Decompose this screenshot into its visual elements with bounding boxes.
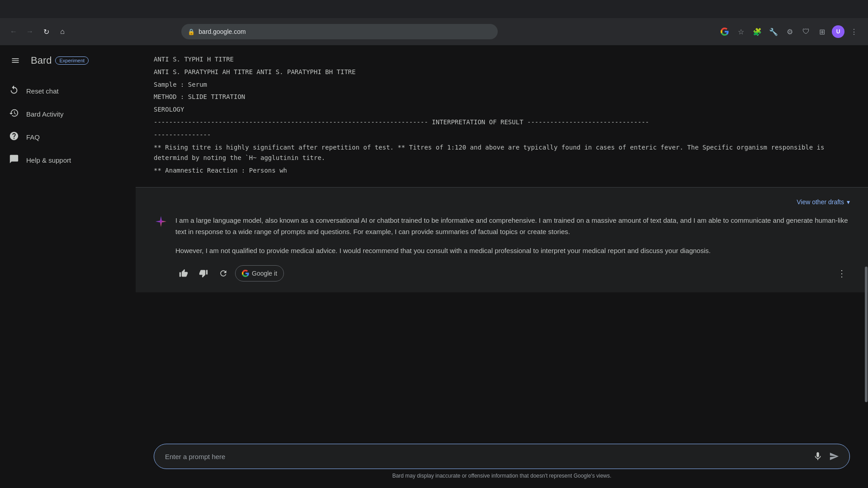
view-drafts-bar: View other drafts ▾ [154, 198, 850, 206]
address-text: bard.google.com [198, 28, 245, 35]
sidebar-item-bard-activity[interactable]: Bard Activity [0, 103, 128, 126]
regenerate-button[interactable] [215, 265, 231, 282]
extension2-icon[interactable]: ⚙ [783, 25, 797, 38]
bard-star-icon [154, 215, 168, 229]
app-container: Bard Experiment Reset chat Bar [0, 45, 868, 488]
browser-actions: ☆ 🧩 🔧 ⚙ 🛡 ⊞ U ⋮ [718, 25, 861, 38]
report-line-6: ----------------------------------------… [154, 117, 850, 128]
disclaimer-text: Bard may display inaccurate or offensive… [154, 469, 850, 484]
google-it-label: Google it [252, 270, 277, 277]
bard-title: Bard [31, 55, 52, 66]
response-paragraph-2: However, I am not qualified to provide m… [175, 245, 850, 257]
extension-puzzle-icon[interactable]: 🧩 [750, 25, 764, 38]
back-button[interactable]: ← [7, 25, 20, 38]
bard-activity-icon [9, 108, 19, 120]
prompt-input-wrapper [154, 444, 850, 469]
reset-chat-icon [9, 85, 19, 97]
lock-icon: 🔒 [188, 28, 195, 35]
response-text: I am a large language model, also known … [175, 215, 850, 257]
prompt-input[interactable] [161, 453, 810, 460]
report-line-5: SEROLOGY [154, 104, 850, 115]
microphone-button[interactable] [810, 448, 826, 465]
sidebar-header: Bard Experiment [0, 52, 136, 76]
scrollbar-track[interactable] [864, 45, 868, 488]
more-menu-button[interactable]: ⋮ [847, 25, 861, 38]
address-bar[interactable]: 🔒 bard.google.com [181, 24, 498, 39]
report-line-3: Sample : Serum [154, 80, 850, 90]
chevron-down-icon: ▾ [847, 198, 850, 206]
hamburger-button[interactable] [7, 52, 24, 69]
main-content: ANTI S. TYPHI H TITRE ANTI S. PARATYPHI … [136, 45, 868, 488]
extension3-icon[interactable]: 🛡 [799, 25, 813, 38]
bard-activity-label: Bard Activity [26, 110, 64, 118]
report-line-7: --------------- [154, 130, 850, 141]
google-icon-btn[interactable] [718, 25, 731, 38]
sidebar: Bard Experiment Reset chat Bar [0, 45, 136, 488]
input-area: Bard may display inaccurate or offensive… [136, 436, 868, 488]
view-other-drafts-button[interactable]: View other drafts ▾ [797, 198, 850, 206]
bard-response-body: I am a large language model, also known … [154, 215, 850, 257]
sidebar-nav: Reset chat Bard Activity FAQ [0, 76, 136, 175]
faq-icon [9, 131, 19, 143]
tab-search-icon[interactable]: ⊞ [816, 25, 829, 38]
os-bar [0, 0, 868, 18]
action-buttons: Google it ⋮ [154, 265, 850, 282]
response-paragraph-1: I am a large language model, also known … [175, 215, 850, 238]
home-button[interactable]: ⌂ [56, 25, 69, 38]
help-support-label: Help & support [26, 156, 71, 164]
report-line-1: ANTI S. TYPHI H TITRE [154, 54, 850, 65]
faq-label: FAQ [26, 133, 40, 141]
experiment-badge: Experiment [55, 56, 89, 65]
scrollbar-thumb [865, 267, 868, 402]
view-drafts-label: View other drafts [797, 198, 844, 206]
sidebar-item-help-support[interactable]: Help & support [0, 149, 128, 172]
reload-button[interactable]: ↻ [40, 25, 52, 38]
extension-icon[interactable]: 🔧 [767, 25, 780, 38]
report-line-4: METHOD : SLIDE TITRATION [154, 92, 850, 103]
bard-response-wrapper: View other drafts ▾ [136, 188, 868, 293]
report-line-2: ANTI S. PARATYPHI AH TITRE ANTI S. PARAT… [154, 67, 850, 78]
sidebar-item-faq[interactable]: FAQ [0, 126, 128, 149]
thumbs-down-button[interactable] [195, 265, 212, 282]
more-options-button[interactable]: ⋮ [834, 265, 850, 282]
nav-buttons: ← → ↻ ⌂ [7, 25, 69, 38]
reset-chat-label: Reset chat [26, 87, 59, 95]
bard-logo: Bard Experiment [31, 55, 89, 66]
avatar[interactable]: U [832, 25, 844, 38]
report-line-8: ** Rising titre is highly significant af… [154, 142, 850, 164]
google-it-button[interactable]: Google it [235, 265, 284, 282]
bookmark-button[interactable]: ☆ [734, 25, 748, 38]
thumbs-up-button[interactable] [175, 265, 192, 282]
forward-button[interactable]: → [24, 25, 36, 38]
chat-area[interactable]: ANTI S. TYPHI H TITRE ANTI S. PARATYPHI … [136, 45, 868, 436]
report-line-9: ** Anamnestic Reaction : Persons wh [154, 165, 850, 176]
help-support-icon [9, 154, 19, 166]
browser-chrome: ← → ↻ ⌂ 🔒 bard.google.com ☆ 🧩 🔧 ⚙ 🛡 ⊞ U … [0, 18, 868, 45]
send-button[interactable] [826, 448, 842, 465]
medical-report-section: ANTI S. TYPHI H TITRE ANTI S. PARATYPHI … [136, 54, 868, 188]
sidebar-item-reset-chat[interactable]: Reset chat [0, 80, 128, 103]
